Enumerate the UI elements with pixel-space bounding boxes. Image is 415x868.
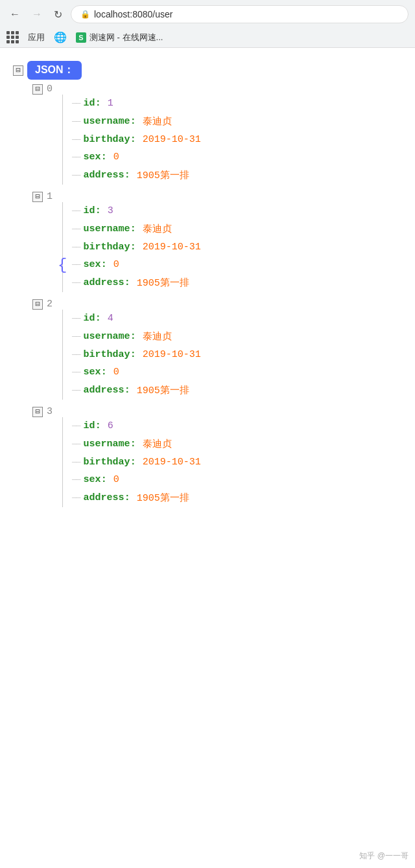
field-dash-2: —— — [72, 350, 80, 360]
json-item-1: ⊟1——id :3——username :泰迪贞——birthday :2019… — [32, 191, 415, 292]
page-content: ⊟ JSON： ⊟0——id :1——username :泰迪贞——birthd… — [0, 48, 415, 838]
field-key: username — [84, 439, 130, 450]
field-key: sex — [84, 474, 101, 485]
json-items: ⊟0——id :1——username :泰迪贞——birthday :2019… — [32, 84, 415, 507]
field-value: 1905第一排 — [137, 384, 189, 396]
field-value: 1 — [108, 98, 113, 109]
field-dash-2: —— — [72, 135, 80, 144]
field-dash-1: —— — [72, 332, 80, 341]
bookmark-speed[interactable]: S 测速网 - 在线网速... — [76, 32, 163, 43]
field-id-3: ——id :6 — [63, 417, 415, 435]
field-dash-3: —— — [72, 475, 80, 485]
item-collapse-btn-3[interactable]: ⊟ — [32, 407, 43, 417]
field-value: 0 — [113, 259, 119, 270]
json-badge: JSON： — [27, 61, 82, 80]
field-key: sex — [84, 367, 101, 378]
field-colon: : — [130, 439, 136, 450]
field-key: id — [84, 313, 95, 324]
field-colon: : — [101, 367, 107, 378]
field-colon: : — [130, 349, 136, 360]
field-key: birthday — [84, 242, 130, 253]
item-collapse-btn-1[interactable]: ⊟ — [32, 192, 43, 202]
json-item-3: ⊟3——id :6——username :泰迪贞——birthday :2019… — [32, 406, 415, 507]
field-dash-4: —— — [72, 170, 80, 180]
field-username-2: ——username :泰迪贞 — [63, 327, 415, 346]
item-index-2: 2 — [47, 299, 53, 310]
item-fields-2: ——id :4——username :泰迪贞——birthday :2019-1… — [62, 310, 415, 400]
field-key: username — [84, 223, 130, 234]
back-button[interactable]: ← — [6, 7, 23, 21]
field-colon: : — [130, 457, 136, 468]
field-value: 6 — [108, 420, 113, 431]
field-address-1: ——address :1905第一排 — [63, 273, 415, 292]
field-id-0: ——id :1 — [63, 95, 415, 112]
field-colon: : — [101, 259, 107, 270]
field-username-0: ——username :泰迪贞 — [63, 112, 415, 131]
field-dash-3: —— — [72, 152, 80, 162]
field-value: 1905第一排 — [137, 492, 189, 504]
field-colon: : — [130, 223, 136, 234]
bookmark-label: 测速网 - 在线网速... — [89, 32, 163, 43]
field-colon: : — [124, 492, 130, 503]
field-value: 2019-10-31 — [143, 242, 201, 253]
field-colon: : — [95, 420, 101, 431]
field-value: 泰迪贞 — [143, 115, 172, 128]
item-collapse-btn-0[interactable]: ⊟ — [32, 84, 43, 95]
field-value: 1905第一排 — [137, 277, 189, 289]
field-dash-2: —— — [72, 457, 80, 467]
field-key: username — [84, 331, 130, 342]
field-colon: : — [95, 313, 101, 324]
forward-button[interactable]: → — [29, 7, 45, 21]
item-index-1: 1 — [47, 191, 53, 202]
field-value: 0 — [113, 474, 119, 485]
apps-label: 应用 — [28, 32, 45, 43]
field-dash-0: —— — [72, 98, 80, 108]
item-fields-3: ——id :6——username :泰迪贞——birthday :2019-1… — [62, 417, 415, 507]
bookmark-globe[interactable]: 🌐 — [54, 31, 67, 43]
refresh-button[interactable]: ↻ — [51, 7, 65, 22]
field-dash-1: —— — [72, 224, 80, 234]
json-viewer: ⊟ JSON： ⊟0——id :1——username :泰迪贞——birthd… — [13, 61, 415, 507]
field-colon: : — [130, 134, 136, 145]
field-key: address — [84, 170, 124, 181]
json-root-row: ⊟ JSON： — [13, 61, 415, 80]
watermark: 知乎 @一一哥 — [359, 851, 409, 862]
field-colon: : — [95, 205, 101, 216]
field-birthday-2: ——birthday :2019-10-31 — [63, 346, 415, 363]
field-colon: : — [124, 277, 130, 288]
field-dash-4: —— — [72, 385, 80, 395]
item-fields-1: ——id :3——username :泰迪贞——birthday :2019-1… — [62, 202, 415, 292]
speed-favicon: S — [76, 32, 86, 43]
field-value: 泰迪贞 — [143, 223, 172, 235]
field-address-3: ——address :1905第一排 — [63, 488, 415, 507]
field-username-1: ——username :泰迪贞 — [63, 220, 415, 238]
field-value: 2019-10-31 — [143, 349, 201, 360]
field-dash-0: —— — [72, 314, 80, 323]
field-colon: : — [101, 474, 107, 485]
field-value: 泰迪贞 — [143, 438, 172, 450]
field-key: id — [84, 98, 95, 109]
field-sex-1: {——sex :0 — [63, 256, 415, 273]
field-value: 1905第一排 — [137, 169, 189, 181]
field-dash-4: —— — [72, 493, 80, 503]
field-birthday-1: ——birthday :2019-10-31 — [63, 238, 415, 256]
field-key: birthday — [84, 457, 130, 468]
field-value: 2019-10-31 — [143, 457, 201, 468]
field-key: birthday — [84, 349, 130, 360]
lock-icon: 🔒 — [80, 10, 90, 19]
field-value: 0 — [113, 367, 119, 378]
field-sex-2: ——sex :0 — [63, 363, 415, 381]
field-colon: : — [124, 170, 130, 181]
root-collapse-btn[interactable]: ⊟ — [13, 65, 23, 76]
field-colon: : — [101, 152, 107, 163]
field-key: address — [84, 492, 124, 503]
field-key: sex — [84, 152, 101, 163]
field-value: 0 — [113, 152, 119, 163]
field-birthday-0: ——birthday :2019-10-31 — [63, 131, 415, 148]
field-key: address — [84, 277, 124, 288]
apps-icon[interactable] — [6, 31, 19, 43]
item-collapse-btn-2[interactable]: ⊟ — [32, 299, 43, 310]
field-colon: : — [124, 385, 130, 396]
address-bar[interactable]: 🔒 localhost:8080/user — [71, 5, 409, 23]
field-key: id — [84, 205, 95, 216]
